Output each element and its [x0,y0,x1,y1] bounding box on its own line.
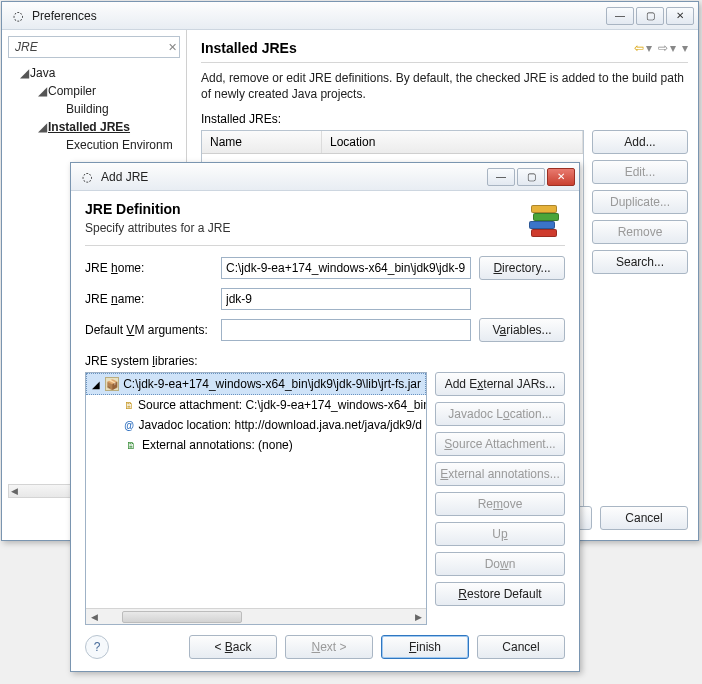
tree-node-installed-jres[interactable]: ◢Installed JREs [8,118,180,136]
lib-label: JRE system libraries: [85,354,565,368]
expand-icon[interactable]: ◢ [91,377,101,391]
lib-doc-row[interactable]: @ Javadoc location: http://download.java… [86,415,426,435]
filter-input[interactable] [13,39,168,55]
dlg-help-icon[interactable]: ? [85,635,109,659]
down-button: Down [435,552,565,576]
lib-remove-button: Remove [435,492,565,516]
dialog-subheading: Specify attributes for a JRE [85,221,525,235]
books-icon [525,201,565,237]
external-annotations-button: External annotations... [435,462,565,486]
list-label: Installed JREs: [201,112,688,126]
page-description: Add, remove or edit JRE definitions. By … [201,71,688,102]
nav-menu-icon[interactable]: ▾ [682,41,688,55]
jre-home-label: JRE home: [85,261,213,275]
nav-back-icon[interactable]: ⇦ [634,41,644,55]
javadoc-icon: @ [124,418,134,432]
dlg-close-button[interactable]: ✕ [547,168,575,186]
tree-node-execution-env[interactable]: Execution Environm [8,136,180,154]
back-button[interactable]: < Back [189,635,277,659]
duplicate-button: Duplicate... [592,190,688,214]
annotations-icon: 🗎 [124,438,138,452]
jre-name-input[interactable] [221,288,471,310]
jre-name-label: JRE name: [85,292,213,306]
nav-fwd-icon[interactable]: ⇨ [658,41,668,55]
scroll-thumb[interactable] [122,611,242,623]
nav-fwd-menu-icon[interactable]: ▾ [670,41,676,55]
col-location[interactable]: Location [322,131,583,153]
close-button[interactable]: ✕ [666,7,694,25]
clear-filter-icon[interactable]: ✕ [168,41,177,54]
add-jre-dialog: ◌ Add JRE — ▢ ✕ JRE Definition Specify a… [70,162,580,672]
eclipse-icon: ◌ [10,8,26,24]
source-icon: 🗎 [124,398,134,412]
tree-node-building[interactable]: Building [8,100,180,118]
lib-hscrollbar[interactable]: ◀▶ [86,608,426,624]
col-name[interactable]: Name [202,131,322,153]
source-attachment-button: Source Attachment... [435,432,565,456]
jar-icon: 📦 [105,377,119,391]
prefs-cancel-button[interactable]: Cancel [600,506,688,530]
add-button[interactable]: Add... [592,130,688,154]
page-title: Installed JREs [201,40,634,56]
nav-back-menu-icon[interactable]: ▾ [646,41,652,55]
vm-args-label: Default VM arguments: [85,323,213,337]
dialog-heading: JRE Definition [85,201,525,217]
lib-ext-row[interactable]: 🗎 External annotations: (none) [86,435,426,455]
tree-node-compiler[interactable]: ◢Compiler [8,82,180,100]
eclipse-icon: ◌ [79,169,95,185]
vm-args-input[interactable] [221,319,471,341]
maximize-button[interactable]: ▢ [636,7,664,25]
library-tree[interactable]: ◢ 📦 C:\jdk-9-ea+174_windows-x64_bin\jdk9… [85,372,427,625]
jre-home-input[interactable] [221,257,471,279]
directory-button[interactable]: Directory... [479,256,565,280]
tree-node-java[interactable]: ◢Java [8,64,180,82]
edit-button: Edit... [592,160,688,184]
remove-button: Remove [592,220,688,244]
dlg-maximize-button[interactable]: ▢ [517,168,545,186]
addjre-titlebar[interactable]: ◌ Add JRE — ▢ ✕ [71,163,579,191]
preferences-title: Preferences [32,9,606,23]
minimize-button[interactable]: — [606,7,634,25]
addjre-title: Add JRE [101,170,487,184]
dlg-cancel-button[interactable]: Cancel [477,635,565,659]
add-external-jars-button[interactable]: Add External JARs... [435,372,565,396]
javadoc-location-button: Javadoc Location... [435,402,565,426]
dlg-minimize-button[interactable]: — [487,168,515,186]
finish-button[interactable]: Finish [381,635,469,659]
preferences-titlebar[interactable]: ◌ Preferences — ▢ ✕ [2,2,698,30]
filter-box[interactable]: ✕ [8,36,180,58]
restore-default-button[interactable]: Restore Default [435,582,565,606]
lib-jar-row[interactable]: ◢ 📦 C:\jdk-9-ea+174_windows-x64_bin\jdk9… [86,373,426,395]
lib-src-row[interactable]: 🗎 Source attachment: C:\jdk-9-ea+174_win… [86,395,426,415]
up-button: Up [435,522,565,546]
variables-button[interactable]: Variables... [479,318,565,342]
next-button: Next > [285,635,373,659]
page-nav: ⇦▾ ⇨▾ ▾ [634,41,688,55]
search-button[interactable]: Search... [592,250,688,274]
